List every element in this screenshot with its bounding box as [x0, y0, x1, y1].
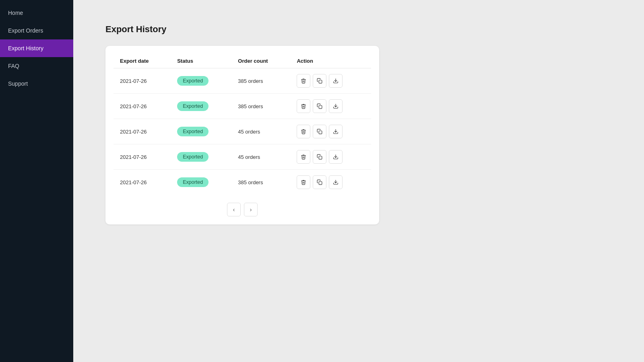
table-row: 2021-07-26 Exported 385 orders: [114, 68, 371, 94]
copy-button[interactable]: [313, 125, 326, 138]
cell-action: [290, 94, 371, 119]
delete-button[interactable]: [297, 150, 310, 164]
cell-order-count: 45 orders: [231, 119, 290, 144]
cell-order-count: 45 orders: [231, 144, 290, 170]
status-badge: Exported: [177, 101, 208, 111]
status-badge: Exported: [177, 127, 208, 136]
cell-date: 2021-07-26: [114, 144, 171, 170]
cell-status: Exported: [171, 119, 231, 144]
cell-action: [290, 119, 371, 144]
export-history-table: Export date Status Order count Action 20…: [114, 54, 371, 195]
col-order-count: Order count: [231, 54, 290, 68]
delete-button[interactable]: [297, 175, 310, 189]
cell-date: 2021-07-26: [114, 94, 171, 119]
table-row: 2021-07-26 Exported 45 orders: [114, 144, 371, 170]
copy-button[interactable]: [313, 150, 326, 164]
cell-order-count: 385 orders: [231, 94, 290, 119]
cell-order-count: 385 orders: [231, 68, 290, 94]
svg-rect-4: [319, 131, 322, 134]
sidebar-item-support[interactable]: Support: [0, 75, 73, 93]
copy-button[interactable]: [313, 99, 326, 113]
cell-status: Exported: [171, 144, 231, 170]
cell-date: 2021-07-26: [114, 68, 171, 94]
col-export-date: Export date: [114, 54, 171, 68]
cell-action: [290, 68, 371, 94]
action-buttons: [297, 150, 365, 164]
status-badge: Exported: [177, 76, 208, 86]
status-badge: Exported: [177, 177, 208, 187]
sidebar-item-home[interactable]: Home: [0, 4, 73, 22]
sidebar-item-faq[interactable]: FAQ: [0, 57, 73, 75]
table-row: 2021-07-26 Exported 45 orders: [114, 119, 371, 144]
cell-date: 2021-07-26: [114, 119, 171, 144]
svg-rect-0: [319, 80, 322, 83]
page-title: Export History: [105, 24, 612, 35]
cell-date: 2021-07-26: [114, 170, 171, 195]
prev-page-button[interactable]: ‹: [227, 203, 241, 216]
action-buttons: [297, 99, 365, 113]
download-button[interactable]: [329, 175, 343, 189]
copy-button[interactable]: [313, 74, 326, 88]
table-row: 2021-07-26 Exported 385 orders: [114, 94, 371, 119]
cell-status: Exported: [171, 170, 231, 195]
delete-button[interactable]: [297, 125, 310, 138]
next-page-button[interactable]: ›: [244, 203, 258, 216]
status-badge: Exported: [177, 152, 208, 162]
cell-action: [290, 144, 371, 170]
delete-button[interactable]: [297, 74, 310, 88]
pagination: ‹ ›: [114, 203, 371, 216]
action-buttons: [297, 74, 365, 88]
download-button[interactable]: [329, 150, 343, 164]
col-status: Status: [171, 54, 231, 68]
cell-status: Exported: [171, 68, 231, 94]
sidebar-item-export-orders[interactable]: Export Orders: [0, 22, 73, 39]
action-buttons: [297, 125, 365, 138]
delete-button[interactable]: [297, 99, 310, 113]
action-buttons: [297, 175, 365, 189]
cell-action: [290, 170, 371, 195]
svg-rect-8: [319, 181, 322, 185]
main-content: Export History Export date Status Order …: [73, 0, 644, 362]
svg-rect-2: [319, 105, 322, 109]
sidebar: Home Export Orders Export History FAQ Su…: [0, 0, 73, 362]
download-button[interactable]: [329, 99, 343, 113]
copy-button[interactable]: [313, 175, 326, 189]
download-button[interactable]: [329, 125, 343, 138]
download-button[interactable]: [329, 74, 343, 88]
sidebar-item-export-history[interactable]: Export History: [0, 39, 73, 57]
export-history-card: Export date Status Order count Action 20…: [105, 46, 379, 224]
table-row: 2021-07-26 Exported 385 orders: [114, 170, 371, 195]
svg-rect-6: [319, 156, 322, 159]
cell-status: Exported: [171, 94, 231, 119]
col-action: Action: [290, 54, 371, 68]
cell-order-count: 385 orders: [231, 170, 290, 195]
